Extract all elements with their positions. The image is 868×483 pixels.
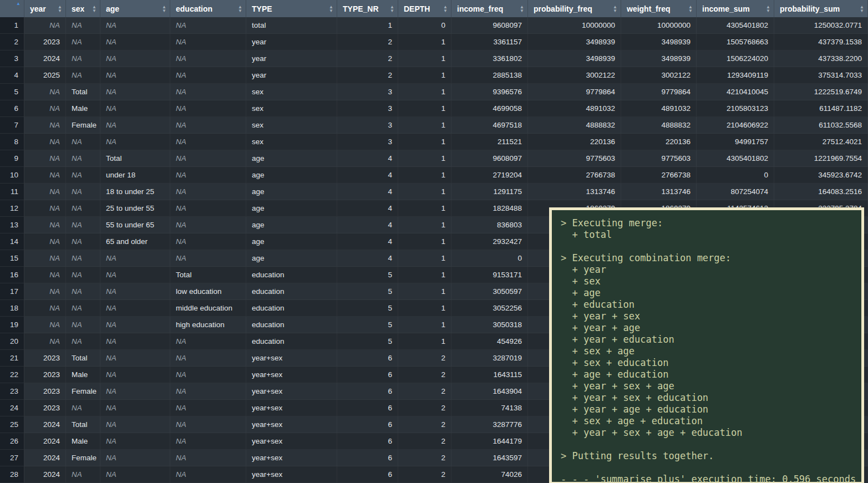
column-header-education[interactable]: education▲▼: [170, 0, 246, 17]
table-cell: 1643115: [451, 367, 528, 383]
row-number: 26: [0, 433, 24, 450]
table-cell: 4: [337, 217, 398, 233]
table-cell: NA: [66, 217, 100, 233]
table-cell: 2023: [24, 400, 66, 416]
row-number: 4: [0, 67, 24, 84]
table-cell: 2024: [24, 50, 66, 67]
table-cell: year+sex: [246, 400, 337, 416]
table-cell: 1: [398, 250, 451, 267]
table-cell: NA: [66, 17, 100, 34]
sort-icon: ▲▼: [162, 5, 166, 13]
column-label: sex: [72, 4, 84, 13]
sort-icon: ▲▼: [613, 5, 617, 13]
table-row[interactable]: 9NANATotalNAage4196080979775603977560343…: [0, 150, 868, 167]
table-cell: NA: [170, 416, 246, 433]
table-cell: total: [246, 17, 337, 34]
table-cell: year+sex: [246, 416, 337, 433]
table-cell: year: [246, 67, 337, 84]
column-header-weight_freq[interactable]: weight_freq▲▼: [621, 0, 697, 17]
column-header-year[interactable]: year▲▼: [24, 0, 66, 17]
column-header-probability_freq[interactable]: probability_freq▲▼: [528, 0, 621, 17]
column-header-age[interactable]: age▲▼: [100, 0, 170, 17]
column-header-TYPE[interactable]: TYPE▲▼: [246, 0, 337, 17]
column-header-DEPTH[interactable]: DEPTH▲▼: [398, 0, 451, 17]
table-cell: age: [246, 150, 337, 167]
table-cell: 5: [337, 267, 398, 283]
table-cell: 1: [398, 233, 451, 250]
table-cell: 25 to under 55: [100, 200, 170, 217]
table-cell: NA: [66, 400, 100, 416]
table-cell: NA: [170, 233, 246, 250]
column-header-TYPE_NR[interactable]: TYPE_NR▲▼: [337, 0, 398, 17]
table-cell: 4891032: [528, 100, 621, 117]
table-cell: 9775603: [621, 150, 697, 167]
table-cell: Total: [66, 416, 100, 433]
column-header-sex[interactable]: sex▲▼: [66, 0, 100, 17]
sort-icon: ▲▼: [688, 5, 693, 13]
table-cell: 9153171: [451, 267, 528, 283]
table-cell: 1293409119: [697, 67, 774, 84]
table-cell: 9396576: [451, 84, 528, 100]
table-row[interactable]: 5NATotalNANAsex3193965769779864977986442…: [0, 84, 868, 100]
table-cell: 9608097: [451, 17, 528, 34]
table-cell: 6: [337, 367, 398, 383]
table-row[interactable]: 1NANANANAtotal10960809710000000100000004…: [0, 17, 868, 34]
table-row[interactable]: 22023NANANAyear2133611573498939349893915…: [0, 34, 868, 50]
table-cell: 2766738: [528, 167, 621, 184]
table-cell: 2: [398, 466, 451, 483]
table-cell: NA: [170, 134, 246, 150]
table-cell: 4697518: [451, 117, 528, 134]
row-number: 14: [0, 233, 24, 250]
table-cell: 1: [398, 317, 451, 333]
row-number: 27: [0, 450, 24, 466]
table-cell: 375314.7033: [774, 67, 868, 84]
table-row[interactable]: 8NANANANAsex3121152122013622013694991757…: [0, 134, 868, 150]
column-header-income_freq[interactable]: income_freq▲▼: [451, 0, 528, 17]
table-cell: 2023: [24, 383, 66, 400]
table-cell: 1: [398, 167, 451, 184]
sort-icon: ▲▼: [860, 5, 864, 13]
table-cell: 0: [451, 250, 528, 267]
table-row[interactable]: 6NAMaleNANAsex31469905848910324891032210…: [0, 100, 868, 117]
table-row[interactable]: 42025NANANAyear2128851383002122300212212…: [0, 67, 868, 84]
table-cell: NA: [170, 150, 246, 167]
table-cell: NA: [66, 333, 100, 350]
table-cell: 2: [398, 383, 451, 400]
table-cell: NA: [170, 84, 246, 100]
row-number: 23: [0, 383, 24, 400]
column-header-row-index[interactable]: ▲▼: [0, 0, 24, 17]
table-cell: 4699058: [451, 100, 528, 117]
table-cell: 1506224020: [697, 50, 774, 67]
table-cell: 3498939: [621, 34, 697, 50]
table-cell: 1: [398, 200, 451, 217]
table-cell: NA: [100, 17, 170, 34]
column-label: income_sum: [702, 4, 750, 13]
table-cell: 2: [398, 433, 451, 450]
table-cell: 4: [337, 233, 398, 250]
table-cell: education: [246, 333, 337, 350]
console-text: > Executing merge: + total > Executing c…: [561, 217, 852, 483]
table-row[interactable]: 11NANA18 to under 25NAage411291175131374…: [0, 184, 868, 200]
table-cell: education: [246, 300, 337, 317]
row-number: 22: [0, 367, 24, 383]
table-row[interactable]: 10NANAunder 18NAage412719204276673827667…: [0, 167, 868, 184]
table-cell: 74138: [451, 400, 528, 416]
table-cell: 1643597: [451, 450, 528, 466]
column-header-income_sum[interactable]: income_sum▲▼: [697, 0, 774, 17]
table-cell: 1: [398, 217, 451, 233]
column-header-probability_sum[interactable]: probability_sum▲▼: [774, 0, 868, 17]
table-cell: Total: [170, 267, 246, 283]
row-number: 21: [0, 350, 24, 367]
table-cell: NA: [100, 267, 170, 283]
table-row[interactable]: 7NAFemaleNANAsex314697518488883248888322…: [0, 117, 868, 134]
table-cell: 1291175: [451, 184, 528, 200]
table-cell: NA: [170, 67, 246, 84]
row-number: 3: [0, 50, 24, 67]
table-cell: Male: [66, 367, 100, 383]
table-cell: 1: [337, 17, 398, 34]
column-label: TYPE: [252, 4, 272, 13]
table-cell: 4210410045: [697, 84, 774, 100]
table-cell: NA: [100, 450, 170, 466]
column-label: year: [30, 4, 46, 13]
table-row[interactable]: 32024NANANAyear2133618023498939349893915…: [0, 50, 868, 67]
